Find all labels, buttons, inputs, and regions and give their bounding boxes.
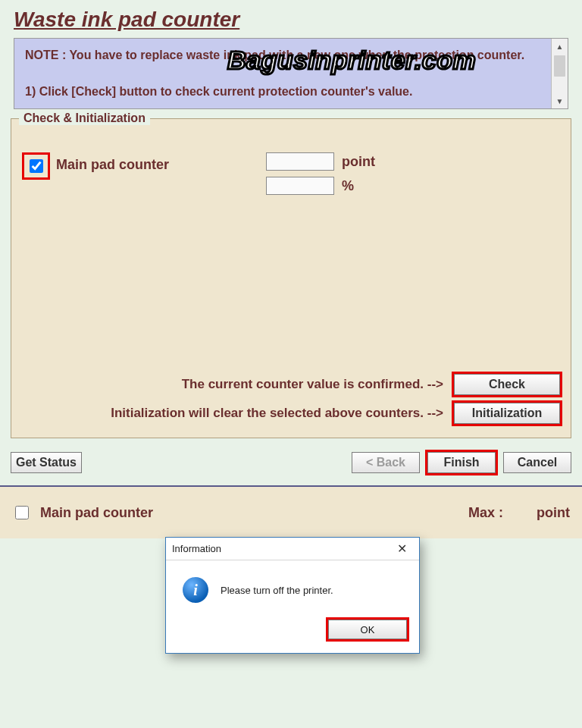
scroll-up-icon[interactable]: ▲ [552, 39, 568, 54]
percent-unit: % [342, 178, 387, 194]
lower-main-pad-checkbox[interactable] [15, 506, 29, 519]
back-button: < Back [352, 452, 420, 473]
percent-input[interactable] [266, 177, 334, 195]
max-label: Max : [468, 505, 503, 521]
check-initialization-group: Check & Initialization Main pad counter … [11, 118, 571, 438]
group-legend: Check & Initialization [19, 111, 150, 125]
cancel-button[interactable]: Cancel [503, 452, 571, 473]
max-unit: point [537, 505, 570, 521]
info-icon [183, 577, 208, 603]
initialization-description: Initialization will clear the selected a… [111, 406, 443, 421]
lower-main-pad-label: Main pad counter [40, 505, 153, 521]
check-button[interactable]: Check [454, 374, 560, 395]
point-unit: point [342, 154, 387, 170]
note-scrollbar[interactable]: ▲ ▼ [551, 39, 568, 108]
scroll-down-icon[interactable]: ▼ [552, 93, 568, 108]
page-title: Waste ink pad counter [0, 0, 582, 38]
close-icon[interactable]: ✕ [390, 541, 413, 556]
check-description: The current counter value is confirmed. … [182, 377, 443, 392]
dialog-titlebar[interactable]: Information ✕ [166, 538, 419, 560]
wizard-nav: Get Status < Back Finish Cancel [0, 438, 582, 481]
initialization-button[interactable]: Initialization [454, 403, 560, 424]
ok-button[interactable]: OK [328, 620, 407, 639]
get-status-button[interactable]: Get Status [11, 452, 82, 473]
dialog-message: Please turn off the printer. [221, 585, 333, 596]
point-input[interactable] [266, 152, 334, 171]
scroll-thumb[interactable] [554, 55, 565, 77]
note-text: NOTE : You have to replace waste ink pad… [14, 39, 568, 108]
dialog-title-text: Information [172, 543, 221, 554]
lower-panel: Main pad counter Max : point [0, 485, 582, 538]
information-dialog: Information ✕ Please turn off the printe… [165, 537, 420, 654]
note-panel: NOTE : You have to replace waste ink pad… [14, 38, 568, 109]
main-pad-checkbox-highlight [22, 152, 50, 180]
main-pad-checkbox[interactable] [30, 159, 43, 173]
main-pad-label: Main pad counter [56, 152, 169, 173]
finish-button[interactable]: Finish [427, 452, 496, 473]
